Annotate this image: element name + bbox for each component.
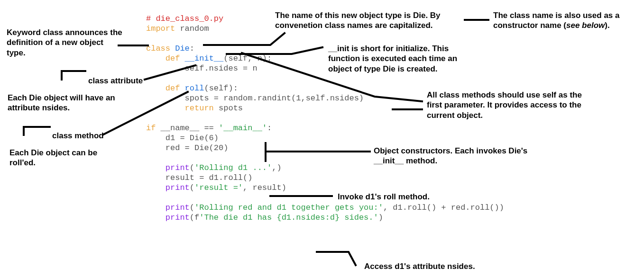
code-text: (self, n): <box>223 54 272 63</box>
annotation-text: __init is short for initialize. This <box>328 44 457 54</box>
code-keyword-import: import <box>146 24 175 33</box>
code-string: 'result =' <box>194 183 243 192</box>
annotation-class-attribute: class attribute <box>88 76 143 86</box>
code-text: ( <box>190 163 194 172</box>
code-text: ,) <box>272 163 281 172</box>
code-text: (self): <box>204 84 238 93</box>
code-text: : <box>190 44 194 53</box>
annotation-rolled: Each Die object can be roll'ed. <box>9 148 97 168</box>
code-text: ) <box>378 213 383 222</box>
code-string: '__main__' <box>219 124 267 133</box>
annotation-class-name: The name of this new object type is Die.… <box>275 10 441 31</box>
annotation-text: function is executed each time an <box>328 54 457 63</box>
annotation-text: convenetion class names are capitalized. <box>275 20 441 30</box>
annotation-text: Each Die object will have an <box>8 93 115 103</box>
annotation-nsides: Each Die object will have an attribute n… <box>8 93 115 113</box>
annotation-constructors: Object constructors. Each invokes Die's … <box>374 146 527 166</box>
annotation-text: current object. <box>427 110 582 120</box>
code-text: , result) <box>243 183 286 192</box>
code-string: 'Rolling red and d1 together gets you:' <box>194 203 383 212</box>
code-classname: Die <box>170 44 190 53</box>
code-func-print: print <box>146 183 190 192</box>
code-text: result = d1.roll() <box>146 173 252 182</box>
code-func-print: print <box>146 163 190 172</box>
annotation-text: type. <box>7 48 122 58</box>
code-keyword-def: def <box>146 84 180 93</box>
annotation-access-attribute: Access d1's attribute nsides. <box>364 261 475 271</box>
annotation-text: definition of a new object <box>7 37 122 47</box>
annotation-text: Each Die object can be <box>9 148 97 158</box>
code-comment: # die_class_0.py <box>146 14 223 23</box>
annotation-text: constructor name (see below). <box>493 20 619 30</box>
annotation-text: object of type Die is created. <box>328 64 457 74</box>
annotation-text: __init__ method. <box>374 156 527 166</box>
code-keyword-class: class <box>146 44 170 53</box>
code-text: (f <box>190 213 199 222</box>
code-text: spots <box>214 104 243 113</box>
code-keyword-if: if <box>146 124 156 133</box>
annotation-constructor-name: The class name is also used as a constru… <box>493 10 619 31</box>
annotation-init: __init is short for initialize. This fun… <box>328 44 457 74</box>
annotation-invoke-roll: Invoke d1's roll method. <box>338 192 430 202</box>
code-keyword-return: return <box>146 104 214 113</box>
code-text: : <box>267 124 272 133</box>
code-func-print: print <box>146 213 190 222</box>
code-text: red = Die(20) <box>146 143 228 152</box>
code-text: ( <box>190 183 194 192</box>
annotation-self: All class methods should use self as the… <box>427 90 582 120</box>
code-funcname: roll <box>180 84 204 93</box>
code-keyword-def: def <box>146 54 180 63</box>
code-text: , d1.roll() + red.roll()) <box>383 203 504 212</box>
code-funcname: __init__ <box>180 54 223 63</box>
annotation-text: roll'ed. <box>9 158 97 168</box>
code-func-print: print <box>146 203 190 212</box>
annotation-text: Keyword class announces the <box>7 27 122 37</box>
code-string: 'The die d1 has {d1.nsides:d} sides.' <box>199 213 378 222</box>
code-text: self.nsides = n <box>146 64 258 73</box>
annotation-class-keyword: Keyword class announces the definition o… <box>7 27 122 58</box>
annotation-text: attribute nsides. <box>8 103 115 113</box>
annotation-text: Object constructors. Each invokes Die's <box>374 146 527 156</box>
annotation-text: All class methods should use self as the <box>427 90 582 100</box>
code-text: spots = random.randint(1,self.nsides) <box>146 94 364 103</box>
annotation-text: first parameter. It provides access to t… <box>427 100 582 110</box>
code-text: random <box>175 24 209 33</box>
annotation-class-method: class method <box>52 131 104 141</box>
annotation-text: The name of this new object type is Die.… <box>275 10 441 20</box>
code-string: 'Rolling d1 ...' <box>194 163 272 172</box>
code-text: __name__ == <box>156 124 219 133</box>
code-text: d1 = Die(6) <box>146 134 219 143</box>
code-text: ( <box>190 203 194 212</box>
annotation-text: The class name is also used as a <box>493 10 619 20</box>
